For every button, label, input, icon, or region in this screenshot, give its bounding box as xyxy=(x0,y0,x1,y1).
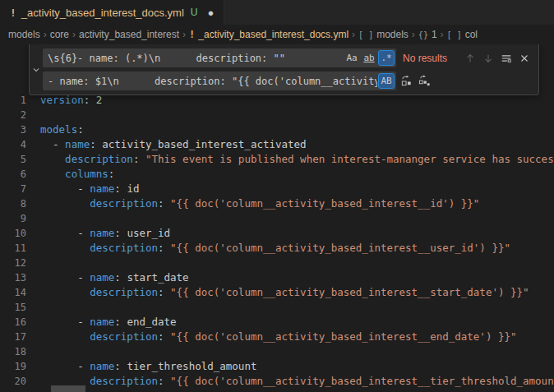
breadcrumb-separator: › xyxy=(412,29,415,40)
line-number: 15 xyxy=(0,300,26,315)
breadcrumb-item-models[interactable]: models xyxy=(8,29,40,40)
breadcrumb: models›core›activity_based_interest›!_ac… xyxy=(0,25,554,44)
line-number: 6 xyxy=(0,167,26,182)
line-number: 10 xyxy=(0,226,26,241)
breadcrumb-label: _activity_based_interest_docs.yml xyxy=(198,29,349,40)
code-line-15[interactable]: 15 xyxy=(0,300,554,315)
code-line-text: - name: start_date xyxy=(40,270,189,285)
code-line-19[interactable]: 19 - name: tier_threshold_amount xyxy=(0,359,554,374)
code-line-11[interactable]: 11 description: "{{ doc('column__activit… xyxy=(0,241,554,256)
replace-value-text: - name: $1\n description: "{{ doc('colum… xyxy=(48,76,377,87)
code-line-2[interactable]: 2 xyxy=(0,108,554,122)
line-number: 19 xyxy=(0,359,26,374)
code-line-text: description: "{{ doc('column__activity_b… xyxy=(40,374,554,389)
replace-input[interactable]: - name: $1\n description: "{{ doc('colum… xyxy=(43,71,396,90)
line-number: 1 xyxy=(0,93,26,108)
modified-dot-icon[interactable]: ● xyxy=(208,7,215,19)
code-line-6[interactable]: 6 columns: xyxy=(0,167,554,182)
find-replace-widget: \s{6}- name: (.*)\n description: "" Aa a… xyxy=(29,44,539,95)
match-case-toggle[interactable]: Aa xyxy=(344,50,360,66)
code-line-text: - name: id xyxy=(40,182,139,196)
breadcrumb-label: col xyxy=(465,29,478,40)
breadcrumb-item-col[interactable]: [ ]col xyxy=(447,29,478,40)
code-line-5[interactable]: 5 description: "This event is published … xyxy=(0,152,554,167)
symbol-object-icon: {} xyxy=(418,30,428,39)
find-row: \s{6}- name: (.*)\n description: "" Aa a… xyxy=(43,48,535,68)
code-line-text: - name: tier_threshold_amount xyxy=(40,359,256,374)
tab-activity-docs[interactable]: ! _activity_based_interest_docs.yml U ● xyxy=(0,0,224,25)
breadcrumb-separator: › xyxy=(352,29,355,40)
code-line-17[interactable]: 17 description: "{{ doc('column__activit… xyxy=(0,330,554,344)
close-icon[interactable] xyxy=(516,50,533,67)
git-status-badge: U xyxy=(191,7,198,18)
breadcrumb-item-1[interactable]: {}1 xyxy=(418,29,437,40)
find-results-count: No results xyxy=(403,53,452,64)
breadcrumb-label: core xyxy=(50,29,69,40)
editor-pane[interactable]: \s{6}- name: (.*)\n description: "" Aa a… xyxy=(0,44,554,392)
chevron-down-icon xyxy=(31,65,41,75)
code-line-8[interactable]: 8 description: "{{ doc('column__activity… xyxy=(0,196,554,211)
replace-button[interactable] xyxy=(398,73,414,90)
yaml-file-icon: ! xyxy=(10,7,16,19)
find-query-text: \s{6}- name: (.*)\n description: "" xyxy=(48,53,343,64)
code-line-7[interactable]: 7 - name: id xyxy=(0,182,554,196)
breadcrumb-item-_activity_based_interest_docs.yml[interactable]: !_activity_based_interest_docs.yml xyxy=(189,29,349,40)
line-number: 7 xyxy=(0,182,26,196)
breadcrumb-label: activity_based_interest xyxy=(79,29,179,40)
code-line-16[interactable]: 16 - name: end_date xyxy=(0,315,554,330)
line-number: 18 xyxy=(0,344,26,359)
horizontal-scrollbar[interactable] xyxy=(51,385,85,392)
line-number: 14 xyxy=(0,285,26,300)
breadcrumb-separator: › xyxy=(44,29,47,40)
line-number: 11 xyxy=(0,241,26,256)
regex-toggle[interactable]: .* xyxy=(378,50,395,66)
code-area[interactable]: 1version: 223models:4 - name: activity_b… xyxy=(0,44,554,389)
tab-filename: _activity_based_interest_docs.yml xyxy=(21,7,184,19)
code-line-text: - name: end_date xyxy=(40,315,177,330)
find-in-selection-button[interactable] xyxy=(498,50,515,67)
code-line-text: models: xyxy=(40,122,84,137)
line-number: 5 xyxy=(0,152,26,167)
code-line-13[interactable]: 13 - name: start_date xyxy=(0,270,554,285)
code-line-3[interactable]: 3models: xyxy=(0,122,554,137)
line-number: 2 xyxy=(0,108,26,122)
replace-all-button[interactable] xyxy=(416,73,432,90)
line-number: 13 xyxy=(0,270,26,285)
breadcrumb-separator: › xyxy=(441,29,444,40)
line-number: 8 xyxy=(0,196,26,211)
symbol-array-icon: [ ] xyxy=(358,30,373,39)
code-line-text: description: "{{ doc('column__activity_b… xyxy=(40,285,529,300)
code-line-text: description: "{{ doc('column__activity_b… xyxy=(40,330,517,344)
code-line-12[interactable]: 12 xyxy=(0,256,554,270)
breadcrumb-label: models xyxy=(8,29,40,40)
breadcrumb-separator: › xyxy=(72,29,76,40)
line-number: 3 xyxy=(0,122,26,137)
code-line-10[interactable]: 10 - name: user_id xyxy=(0,226,554,241)
code-line-9[interactable]: 9 xyxy=(0,211,554,226)
breadcrumb-item-core[interactable]: core xyxy=(50,29,69,40)
tab-bar: ! _activity_based_interest_docs.yml U ● xyxy=(0,0,554,25)
previous-match-button[interactable] xyxy=(462,50,478,67)
breadcrumb-label: 1 xyxy=(432,29,437,40)
code-line-text: columns: xyxy=(40,167,114,182)
line-number: 9 xyxy=(0,211,26,226)
toggle-replace-button[interactable] xyxy=(30,44,43,95)
line-number: 17 xyxy=(0,330,26,344)
line-number: 16 xyxy=(0,315,26,330)
line-number: 4 xyxy=(0,137,26,152)
breadcrumb-item-activity_based_interest[interactable]: activity_based_interest xyxy=(79,29,179,40)
breadcrumb-separator: › xyxy=(182,29,186,40)
code-line-4[interactable]: 4 - name: activity_based_interest_activa… xyxy=(0,137,554,152)
code-line-14[interactable]: 14 description: "{{ doc('column__activit… xyxy=(0,285,554,300)
find-input[interactable]: \s{6}- name: (.*)\n description: "" Aa a… xyxy=(43,48,396,67)
whole-word-toggle[interactable]: ab xyxy=(361,50,377,66)
breadcrumb-label: models xyxy=(376,29,409,40)
code-line-text: description: "This event is published wh… xyxy=(40,152,554,167)
line-number: 20 xyxy=(0,374,26,389)
line-number: 12 xyxy=(0,256,26,270)
breadcrumb-item-models[interactable]: [ ]models xyxy=(358,29,409,40)
preserve-case-toggle[interactable]: AB xyxy=(378,73,395,89)
next-match-button[interactable] xyxy=(480,50,496,67)
code-line-18[interactable]: 18 xyxy=(0,344,554,359)
yaml-file-icon: ! xyxy=(189,29,195,40)
